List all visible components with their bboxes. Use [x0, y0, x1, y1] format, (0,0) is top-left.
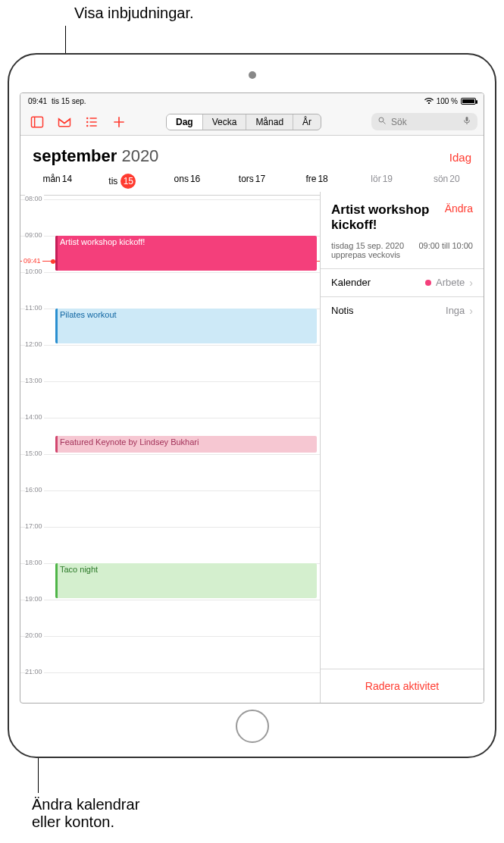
detail-alert-value: Inga: [446, 305, 465, 316]
svg-point-3: [86, 124, 89, 127]
hour-0900: 09:00: [25, 231, 44, 239]
view-segmented-control: Dag Vecka Månad År: [166, 114, 321, 130]
edit-button[interactable]: Ändra: [445, 202, 473, 215]
svg-point-1: [86, 117, 89, 119]
chevron-right-icon: ›: [469, 277, 473, 289]
event-keynote[interactable]: Featured Keynote by Lindsey Bukhari: [55, 436, 317, 453]
event-pilates-title: Pilates workout: [60, 310, 117, 319]
day-fri[interactable]: fre18: [284, 174, 349, 189]
status-date: tis 15 sep.: [52, 97, 86, 105]
delete-event-button[interactable]: Radera aktivitet: [321, 669, 484, 703]
callout-bottom-line1: Ändra kalendrar: [32, 796, 139, 813]
callout-top: Visa inbjudningar.: [74, 5, 194, 22]
detail-date: tisdag 15 sep. 2020: [331, 241, 404, 250]
sidebar-toggle-icon[interactable]: [27, 111, 48, 133]
hour-1500: 15:00: [25, 450, 44, 457]
hour-1400: 14:00: [25, 413, 44, 421]
hour-1600: 16:00: [25, 486, 44, 494]
now-label: 09:41: [22, 257, 42, 265]
detail-calendar-row[interactable]: Kalender Arbete ›: [321, 268, 484, 296]
month-name: september: [33, 146, 117, 165]
detail-alert-label: Notis: [331, 305, 354, 316]
day-tue[interactable]: tis15: [90, 174, 155, 189]
year-label: 2020: [121, 146, 158, 165]
svg-rect-11: [466, 117, 468, 121]
day-wed[interactable]: ons16: [155, 174, 220, 189]
battery-text: 100 %: [437, 97, 458, 105]
calendar-color-dot: [425, 280, 431, 286]
search-placeholder: Sök: [391, 117, 458, 127]
event-workshop[interactable]: Artist workshop kickoff!: [55, 236, 317, 271]
status-bar: 09:41 tis 15 sep. 100 %: [20, 93, 484, 108]
battery-icon: [461, 98, 476, 105]
list-icon[interactable]: [81, 111, 102, 133]
event-pilates[interactable]: Pilates workout: [55, 309, 317, 343]
day-timeline[interactable]: 08:00 09:00 10:00 11:00 12:00 13:00 14:0…: [20, 192, 321, 703]
detail-repeat: upprepas veckovis: [331, 250, 404, 259]
toolbar: Dag Vecka Månad År Sök: [20, 108, 484, 136]
event-detail-panel: Artist workshop kickoff! Ändra tisdag 15…: [321, 192, 484, 703]
hour-1900: 19:00: [25, 595, 44, 603]
today-button[interactable]: Idag: [449, 151, 471, 164]
day-sat[interactable]: lör19: [349, 174, 415, 189]
hour-0800: 08:00: [25, 195, 44, 202]
day-thu[interactable]: tors17: [220, 174, 285, 189]
detail-calendar-value: Arbete: [436, 277, 465, 288]
hour-1800: 18:00: [25, 559, 44, 566]
chevron-right-icon: ›: [469, 305, 473, 317]
selected-day-badge: 15: [121, 174, 136, 189]
search-icon: [377, 116, 387, 127]
wifi-icon: [424, 96, 434, 105]
screen: 09:41 tis 15 sep. 100 %: [20, 92, 484, 704]
detail-alert-row[interactable]: Notis Inga ›: [321, 296, 484, 324]
svg-point-2: [86, 121, 89, 123]
event-taco[interactable]: Taco night: [55, 563, 317, 598]
search-field[interactable]: Sök: [371, 113, 477, 130]
day-mon[interactable]: mån14: [25, 174, 90, 189]
seg-week[interactable]: Vecka: [203, 114, 247, 130]
home-button[interactable]: [236, 710, 269, 743]
month-header: september 2020 Idag: [20, 136, 484, 174]
hour-2000: 20:00: [25, 631, 44, 639]
mic-icon[interactable]: [462, 115, 471, 128]
event-workshop-title: Artist workshop kickoff!: [60, 237, 145, 246]
day-sun[interactable]: sön20: [414, 174, 479, 189]
event-keynote-title: Featured Keynote by Lindsey Bukhari: [60, 437, 199, 447]
hour-1200: 12:00: [25, 340, 44, 348]
seg-month[interactable]: Månad: [246, 114, 293, 130]
seg-year[interactable]: År: [293, 114, 321, 130]
svg-point-9: [379, 118, 383, 122]
detail-calendar-label: Kalender: [331, 277, 371, 288]
detail-time: 09:00 till 10:00: [418, 241, 473, 259]
camera-dot: [249, 71, 256, 79]
status-time: 09:41: [28, 97, 47, 105]
hour-1300: 13:00: [25, 377, 44, 384]
ipad-frame: 09:41 tis 15 sep. 100 %: [8, 53, 496, 758]
main-split: 08:00 09:00 10:00 11:00 12:00 13:00 14:0…: [20, 192, 484, 703]
hour-1000: 10:00: [25, 268, 44, 275]
callout-bottom-line2: eller konton.: [32, 813, 139, 831]
add-event-icon[interactable]: [108, 111, 130, 133]
detail-title: Artist workshop kickoff!: [331, 202, 445, 233]
hour-2100: 21:00: [25, 668, 44, 675]
seg-day[interactable]: Dag: [167, 114, 203, 130]
inbox-icon[interactable]: [54, 111, 75, 133]
callout-bottom: Ändra kalendrar eller konton.: [32, 796, 139, 831]
hour-1700: 17:00: [25, 522, 44, 530]
hour-1100: 11:00: [25, 304, 44, 312]
svg-rect-0: [32, 117, 43, 127]
event-taco-title: Taco night: [60, 565, 98, 574]
month-title: september 2020: [33, 146, 158, 166]
svg-line-10: [383, 122, 386, 124]
